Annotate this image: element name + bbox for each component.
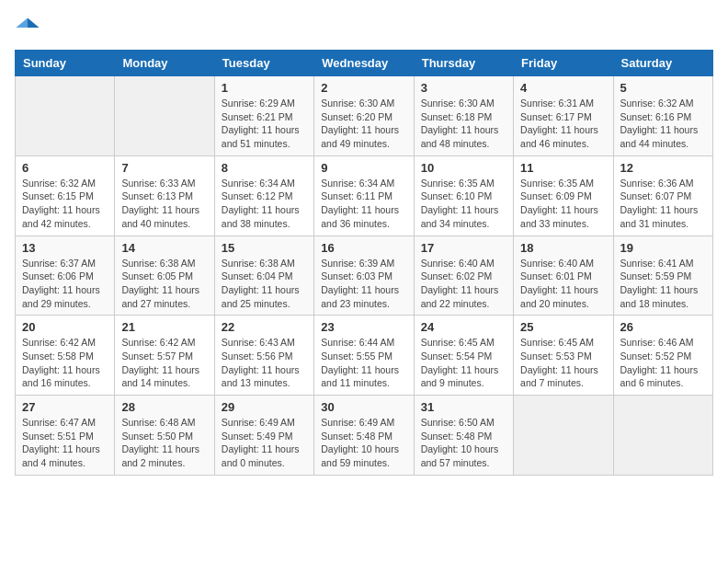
calendar-week-row: 20Sunrise: 6:42 AMSunset: 5:58 PMDayligh…: [16, 316, 713, 396]
day-info: Sunrise: 6:45 AMSunset: 5:54 PMDaylight:…: [421, 336, 506, 390]
day-number: 15: [222, 241, 307, 255]
day-info: Sunrise: 6:38 AMSunset: 6:05 PMDaylight:…: [121, 257, 207, 311]
calendar-cell: [613, 396, 712, 476]
day-number: 31: [421, 400, 506, 414]
day-info: Sunrise: 6:50 AMSunset: 5:48 PMDaylight:…: [421, 416, 506, 470]
day-info: Sunrise: 6:48 AMSunset: 5:50 PMDaylight:…: [121, 416, 207, 470]
calendar-cell: 21Sunrise: 6:42 AMSunset: 5:57 PMDayligh…: [115, 316, 214, 396]
calendar-cell: 18Sunrise: 6:40 AMSunset: 6:01 PMDayligh…: [514, 236, 613, 316]
calendar-cell: 24Sunrise: 6:45 AMSunset: 5:54 PMDayligh…: [414, 316, 513, 396]
day-info: Sunrise: 6:34 AMSunset: 6:11 PMDaylight:…: [321, 177, 406, 231]
day-info: Sunrise: 6:36 AMSunset: 6:07 PMDaylight:…: [620, 177, 706, 231]
day-number: 3: [421, 81, 506, 95]
day-number: 23: [321, 320, 406, 334]
calendar-cell: 31Sunrise: 6:50 AMSunset: 5:48 PMDayligh…: [414, 396, 513, 476]
day-number: 26: [620, 320, 706, 334]
day-info: Sunrise: 6:31 AMSunset: 6:17 PMDaylight:…: [520, 97, 606, 151]
calendar-cell: 8Sunrise: 6:34 AMSunset: 6:12 PMDaylight…: [214, 155, 313, 236]
calendar-cell: 23Sunrise: 6:44 AMSunset: 5:55 PMDayligh…: [314, 316, 414, 396]
day-number: 14: [121, 241, 207, 255]
calendar-cell: 20Sunrise: 6:42 AMSunset: 5:58 PMDayligh…: [16, 316, 115, 396]
day-info: Sunrise: 6:40 AMSunset: 6:02 PMDaylight:…: [421, 257, 506, 311]
day-number: 18: [520, 241, 606, 255]
calendar-cell: 13Sunrise: 6:37 AMSunset: 6:06 PMDayligh…: [16, 236, 115, 316]
calendar-cell: 19Sunrise: 6:41 AMSunset: 5:59 PMDayligh…: [613, 236, 712, 316]
calendar-cell: 12Sunrise: 6:36 AMSunset: 6:07 PMDayligh…: [613, 155, 712, 236]
day-number: 29: [222, 400, 307, 414]
day-number: 27: [22, 400, 108, 414]
day-info: Sunrise: 6:47 AMSunset: 5:51 PMDaylight:…: [22, 416, 108, 470]
day-info: Sunrise: 6:40 AMSunset: 6:01 PMDaylight:…: [520, 257, 606, 311]
day-info: Sunrise: 6:35 AMSunset: 6:09 PMDaylight:…: [520, 177, 606, 231]
day-info: Sunrise: 6:30 AMSunset: 6:18 PMDaylight:…: [421, 97, 506, 151]
calendar-cell: [16, 76, 115, 156]
calendar-cell: 22Sunrise: 6:43 AMSunset: 5:56 PMDayligh…: [214, 316, 313, 396]
weekday-header: Tuesday: [214, 51, 313, 76]
day-number: 8: [222, 161, 307, 175]
calendar-cell: 1Sunrise: 6:29 AMSunset: 6:21 PMDaylight…: [214, 76, 313, 156]
calendar-cell: 25Sunrise: 6:45 AMSunset: 5:53 PMDayligh…: [514, 316, 613, 396]
weekday-header: Thursday: [414, 51, 513, 76]
day-number: 22: [222, 320, 307, 334]
svg-marker-0: [28, 18, 40, 29]
weekday-header: Monday: [115, 51, 214, 76]
day-info: Sunrise: 6:30 AMSunset: 6:20 PMDaylight:…: [321, 97, 406, 151]
day-number: 13: [22, 241, 108, 255]
day-number: 10: [421, 161, 506, 175]
day-info: Sunrise: 6:34 AMSunset: 6:12 PMDaylight:…: [222, 177, 307, 231]
day-number: 7: [121, 161, 207, 175]
day-number: 2: [321, 81, 406, 95]
calendar-cell: 14Sunrise: 6:38 AMSunset: 6:05 PMDayligh…: [115, 236, 214, 316]
weekday-header: Friday: [514, 51, 613, 76]
day-info: Sunrise: 6:29 AMSunset: 6:21 PMDaylight:…: [222, 97, 307, 151]
svg-marker-1: [16, 18, 28, 29]
calendar-header: SundayMondayTuesdayWednesdayThursdayFrid…: [16, 51, 713, 76]
day-info: Sunrise: 6:32 AMSunset: 6:15 PMDaylight:…: [22, 177, 108, 231]
day-info: Sunrise: 6:39 AMSunset: 6:03 PMDaylight:…: [321, 257, 406, 311]
calendar-cell: [514, 396, 613, 476]
day-info: Sunrise: 6:49 AMSunset: 5:49 PMDaylight:…: [222, 416, 307, 470]
day-info: Sunrise: 6:41 AMSunset: 5:59 PMDaylight:…: [620, 257, 706, 311]
calendar-body: 1Sunrise: 6:29 AMSunset: 6:21 PMDaylight…: [16, 76, 713, 476]
page-header: [15, 15, 713, 40]
day-info: Sunrise: 6:43 AMSunset: 5:56 PMDaylight:…: [222, 336, 307, 390]
calendar-week-row: 1Sunrise: 6:29 AMSunset: 6:21 PMDaylight…: [16, 76, 713, 156]
day-number: 17: [421, 241, 506, 255]
day-number: 5: [620, 81, 706, 95]
day-info: Sunrise: 6:44 AMSunset: 5:55 PMDaylight:…: [321, 336, 406, 390]
calendar-cell: 4Sunrise: 6:31 AMSunset: 6:17 PMDaylight…: [514, 76, 613, 156]
calendar-cell: 29Sunrise: 6:49 AMSunset: 5:49 PMDayligh…: [214, 396, 313, 476]
day-info: Sunrise: 6:37 AMSunset: 6:06 PMDaylight:…: [22, 257, 108, 311]
calendar-cell: 9Sunrise: 6:34 AMSunset: 6:11 PMDaylight…: [314, 155, 414, 236]
calendar-week-row: 13Sunrise: 6:37 AMSunset: 6:06 PMDayligh…: [16, 236, 713, 316]
calendar-cell: 5Sunrise: 6:32 AMSunset: 6:16 PMDaylight…: [613, 76, 712, 156]
day-info: Sunrise: 6:49 AMSunset: 5:48 PMDaylight:…: [321, 416, 406, 470]
day-number: 25: [520, 320, 606, 334]
day-info: Sunrise: 6:46 AMSunset: 5:52 PMDaylight:…: [620, 336, 706, 390]
day-number: 19: [620, 241, 706, 255]
calendar-cell: 7Sunrise: 6:33 AMSunset: 6:13 PMDaylight…: [115, 155, 214, 236]
day-info: Sunrise: 6:38 AMSunset: 6:04 PMDaylight:…: [222, 257, 307, 311]
day-info: Sunrise: 6:35 AMSunset: 6:10 PMDaylight:…: [421, 177, 506, 231]
day-info: Sunrise: 6:32 AMSunset: 6:16 PMDaylight:…: [620, 97, 706, 151]
weekday-header: Saturday: [613, 51, 712, 76]
day-info: Sunrise: 6:42 AMSunset: 5:58 PMDaylight:…: [22, 336, 108, 390]
day-number: 16: [321, 241, 406, 255]
calendar-cell: 11Sunrise: 6:35 AMSunset: 6:09 PMDayligh…: [514, 155, 613, 236]
calendar-cell: [115, 76, 214, 156]
day-number: 11: [520, 161, 606, 175]
calendar-cell: 3Sunrise: 6:30 AMSunset: 6:18 PMDaylight…: [414, 76, 513, 156]
logo: [15, 15, 44, 40]
calendar-cell: 2Sunrise: 6:30 AMSunset: 6:20 PMDaylight…: [314, 76, 414, 156]
day-number: 4: [520, 81, 606, 95]
day-number: 30: [321, 400, 406, 414]
day-number: 1: [222, 81, 307, 95]
logo-icon: [15, 15, 40, 40]
calendar-cell: 27Sunrise: 6:47 AMSunset: 5:51 PMDayligh…: [16, 396, 115, 476]
calendar-cell: 10Sunrise: 6:35 AMSunset: 6:10 PMDayligh…: [414, 155, 513, 236]
calendar-table: SundayMondayTuesdayWednesdayThursdayFrid…: [15, 50, 713, 476]
day-number: 21: [121, 320, 207, 334]
weekday-header: Sunday: [16, 51, 115, 76]
calendar-cell: 15Sunrise: 6:38 AMSunset: 6:04 PMDayligh…: [214, 236, 313, 316]
day-number: 12: [620, 161, 706, 175]
